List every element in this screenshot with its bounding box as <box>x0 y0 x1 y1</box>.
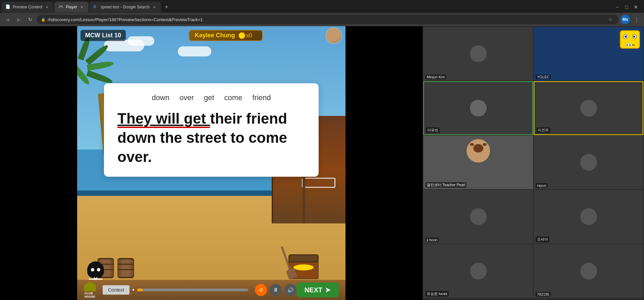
close-window-button[interactable]: ✕ <box>632 3 640 11</box>
participant-avatar-gunu <box>580 100 597 117</box>
player-info: Kaylee Chung x0 <box>189 30 263 41</box>
participant-tile-782195[interactable]: 782195 <box>534 244 643 298</box>
sentence-line3: over. <box>117 148 152 165</box>
participant-name-yglec: YGLEC <box>536 75 551 79</box>
word-friend[interactable]: friend <box>252 93 271 102</box>
browser-menu-button[interactable]: ⋮ <box>632 15 641 24</box>
treasure-chest-lid <box>288 254 319 262</box>
tab-close-2[interactable]: ✕ <box>79 4 85 10</box>
mcw-badge: MCW List 10 <box>80 30 126 41</box>
participant-name-782195: 782195 <box>536 292 551 297</box>
address-bar[interactable]: 🔒 rhdiscovery.com/Lesson/Player/186?Prev… <box>37 15 619 24</box>
participant-name-gunu: 이건우 <box>536 127 550 133</box>
participant-tile-minjun[interactable]: Minjun Kim <box>423 27 533 81</box>
tab-title-2: Player <box>66 5 77 9</box>
tab-preview-content[interactable]: 📄 Preview Content ✕ <box>1 2 54 12</box>
skull-eye-left <box>91 268 94 271</box>
tab-close-3[interactable]: ✕ <box>152 4 157 10</box>
control-buttons: ↺ ⏸ 🔊 <box>255 284 297 296</box>
progress-area: Context • <box>103 285 248 295</box>
lock-icon: 🔒 <box>41 17 46 22</box>
dot-separator: • <box>132 287 134 294</box>
participant-tile-osea[interactable]: 오세아 <box>534 190 643 244</box>
participant-tile-yoobin[interactable]: 이유빈 <box>423 81 533 135</box>
next-button-label: NEXT <box>305 286 322 294</box>
participant-tile-lucas[interactable]: 유승윤 lucas <box>423 244 533 298</box>
coin-area: x0 <box>238 32 252 39</box>
participant-tile-rayun[interactable]: rayun <box>534 136 643 189</box>
skull-circle <box>87 261 104 278</box>
ship-railing <box>302 178 335 188</box>
participant-avatar-jihoon <box>470 208 487 225</box>
participant-avatar-782195 <box>580 263 597 280</box>
reload-button[interactable]: ↻ <box>25 15 35 24</box>
game-controls: CLUBHOUSE Context • ↺ ⏸ 🔊 NEXT ➤ <box>77 280 345 300</box>
sentence-they-will-get: They will get <box>117 110 206 127</box>
tab-title-3: speed test - Google Search <box>101 5 150 9</box>
player-area: MCW List 10 Kaylee Chung x0 down over <box>0 26 423 300</box>
game-top-bar: MCW List 10 Kaylee Chung x0 <box>77 26 345 45</box>
participant-tile-teacher-pearl[interactable]: 열린센터 Teacher Pearl <box>423 136 533 189</box>
participant-tile-yglec[interactable]: YGLEC <box>534 27 643 81</box>
maximize-button[interactable]: □ <box>623 3 631 11</box>
word-get[interactable]: get <box>204 93 214 102</box>
sentence-line2: down the street to come <box>117 129 287 146</box>
browser-chrome: 📄 Preview Content ✕ 🎮 Player ✕ G speed t… <box>0 0 644 26</box>
progress-bar-track <box>137 289 248 291</box>
house-icon <box>84 281 96 291</box>
next-arrow-icon: ➤ <box>325 286 331 294</box>
participant-name-osea: 오세아 <box>536 237 549 242</box>
participant-name-teacher-pearl: 열린센터 Teacher Pearl <box>425 182 467 188</box>
word-come[interactable]: come <box>224 93 243 102</box>
new-tab-button[interactable]: + <box>162 2 171 12</box>
participant-name-rayun: rayun <box>536 183 548 188</box>
avatar-circle <box>325 27 342 44</box>
skull-flag <box>87 261 104 278</box>
tab-google-search[interactable]: G speed test - Google Search ✕ <box>89 2 161 12</box>
participant-tile-jihoon[interactable]: ji hoon <box>423 190 533 244</box>
context-button[interactable]: Context <box>103 285 129 295</box>
address-actions: ☆ <box>606 15 614 24</box>
video-sidebar: Minjun Kim YGLEC 이유 <box>423 26 644 300</box>
progress-bar-fill <box>137 289 143 291</box>
tab-player[interactable]: 🎮 Player ✕ <box>54 2 89 12</box>
word-list: down over get come friend <box>117 93 305 102</box>
spongebob-avatar <box>618 29 642 52</box>
replay-button[interactable]: ↺ <box>255 284 267 296</box>
volume-button[interactable]: 🔊 <box>284 284 297 296</box>
main-content: MCW List 10 Kaylee Chung x0 down over <box>0 26 644 300</box>
tab-close-1[interactable]: ✕ <box>44 4 50 10</box>
sentence-their-friend: their friend <box>210 110 287 127</box>
participant-avatar-rayun <box>580 154 597 171</box>
treasure-gold <box>293 264 314 270</box>
next-button[interactable]: NEXT ➤ <box>297 283 339 297</box>
participant-name-minjun: Minjun Kim <box>425 75 446 79</box>
participant-avatar-minjun <box>470 45 487 62</box>
participant-avatar-yoobin <box>470 100 487 117</box>
minimize-button[interactable]: − <box>613 3 621 11</box>
toolbar: ◀ ▶ ↻ 🔒 rhdiscovery.com/Lesson/Player/18… <box>0 13 644 26</box>
participant-name-yoobin: 이유빈 <box>426 127 440 133</box>
participant-tile-gunu[interactable]: 이건우 <box>534 81 643 135</box>
skull-eye-right <box>97 268 100 271</box>
cloud-3 <box>178 46 211 56</box>
tab-favicon-3: G <box>93 4 99 10</box>
palm-leaf-3 <box>86 70 113 85</box>
tab-favicon-2: 🎮 <box>58 4 64 10</box>
coin-icon <box>238 32 245 39</box>
bookmark-button[interactable]: ☆ <box>606 15 614 24</box>
content-card: down over get come friend They will get … <box>104 83 319 177</box>
profile-button[interactable]: Ms <box>621 15 630 24</box>
word-over[interactable]: over <box>179 93 194 102</box>
club-house-button[interactable]: CLUBHOUSE <box>84 281 96 299</box>
red-underline <box>117 127 210 128</box>
tab-title-1: Preview Content <box>13 5 42 9</box>
sentence-text: They will get their friend down the stre… <box>117 109 305 167</box>
forward-button[interactable]: ▶ <box>14 15 23 24</box>
back-button[interactable]: ◀ <box>3 15 12 24</box>
tab-bar: 📄 Preview Content ✕ 🎮 Player ✕ G speed t… <box>0 0 644 13</box>
word-down[interactable]: down <box>152 93 170 102</box>
pause-button[interactable]: ⏸ <box>270 284 282 296</box>
participant-name-jihoon: ji hoon <box>425 238 439 242</box>
coin-count: x0 <box>247 33 252 39</box>
